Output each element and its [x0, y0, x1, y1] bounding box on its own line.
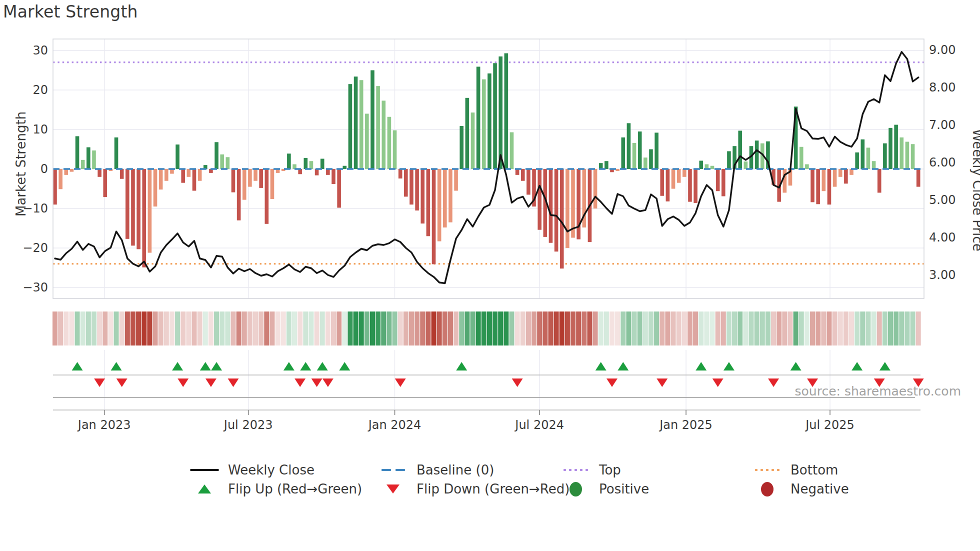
- legend-label: Weekly Close: [228, 462, 314, 478]
- heatmap-cell: [359, 312, 364, 346]
- heatmap-cell: [682, 312, 687, 346]
- heatmap-cell: [854, 312, 860, 346]
- heatmap-cell: [537, 312, 542, 346]
- heatmap-cell: [743, 312, 748, 346]
- flip-up-marker: [72, 362, 83, 370]
- legend-label: Negative: [790, 482, 849, 496]
- heatmap-cell: [404, 312, 408, 346]
- heatmap-cell: [58, 312, 63, 346]
- strength-bar: [894, 125, 898, 169]
- heatmap-cell: [86, 312, 91, 346]
- legend-label: Flip Down (Green→Red): [416, 482, 570, 496]
- strength-bar: [388, 117, 392, 169]
- heatmap-cell: [147, 312, 152, 346]
- heatmap-cell: [376, 312, 380, 346]
- strength-bar: [594, 169, 598, 208]
- legend-item: Negative: [752, 480, 849, 498]
- heatmap-cell: [459, 312, 464, 346]
- strength-bar: [906, 142, 910, 169]
- heatmap-cell: [816, 312, 820, 346]
- strength-bar: [81, 160, 85, 169]
- legend-item: Positive: [560, 480, 649, 498]
- y-tick-price: 5.00: [929, 194, 956, 206]
- heatmap-cell: [560, 312, 564, 346]
- y-tick-price: 8.00: [929, 82, 956, 94]
- strength-bar: [348, 84, 352, 169]
- heatmap-cell: [464, 312, 470, 346]
- heatmap-cell: [286, 312, 292, 346]
- heatmap-cell: [208, 312, 214, 346]
- strength-bar: [822, 169, 826, 191]
- flip-up-marker: [284, 362, 294, 370]
- strength-bar: [471, 112, 475, 169]
- heatmap-cell: [888, 312, 893, 346]
- strength-bar: [538, 169, 542, 230]
- flip-up-marker: [696, 362, 706, 370]
- flip-up-marker: [317, 362, 328, 370]
- strength-bar: [560, 169, 564, 268]
- strength-bar: [370, 70, 374, 170]
- strength-bar: [672, 169, 676, 189]
- heatmap-cell: [476, 312, 481, 346]
- y-tick-price: 6.00: [929, 156, 956, 168]
- flip-up-marker: [596, 362, 606, 370]
- heatmap-cell: [420, 312, 425, 346]
- heatmap-cell: [454, 312, 458, 346]
- y-tick-strength: 20: [3, 84, 48, 96]
- heatmap-cell: [381, 312, 386, 346]
- y-tick-strength: −20: [3, 242, 48, 254]
- heatmap-cell: [782, 312, 787, 346]
- strength-bar: [677, 169, 681, 183]
- heatmap-cell: [64, 312, 68, 346]
- heatmap-cell: [899, 312, 904, 346]
- legend-label: Bottom: [790, 462, 838, 478]
- heatmap-cell: [292, 312, 297, 346]
- strength-bar: [476, 66, 480, 169]
- flip-down-marker: [312, 378, 322, 387]
- strength-bar: [248, 169, 252, 187]
- heatmap-cell: [554, 312, 559, 346]
- strength-bar: [114, 138, 118, 169]
- heatmap-cell: [542, 312, 548, 346]
- heatmap-cell: [303, 312, 308, 346]
- y-tick-price: 9.00: [929, 44, 956, 56]
- strength-bar: [131, 169, 135, 246]
- heatmap-cell: [426, 312, 430, 346]
- heatmap-cell: [576, 312, 581, 346]
- heatmap-cell: [771, 312, 776, 346]
- strength-bar: [621, 138, 625, 169]
- heatmap-cell: [776, 312, 782, 346]
- heatmap-cell: [626, 312, 631, 346]
- strength-bar: [844, 169, 848, 184]
- strength-bar: [616, 169, 620, 171]
- strength-bar: [888, 128, 892, 169]
- heatmap-cell: [721, 312, 726, 346]
- heatmap-cell: [676, 312, 682, 346]
- heatmap-cell: [826, 312, 832, 346]
- strength-bar: [287, 154, 291, 169]
- heatmap-cell: [910, 312, 916, 346]
- heatmap-cell: [354, 312, 358, 346]
- heatmap-cell: [482, 312, 486, 346]
- strength-bar: [660, 169, 664, 196]
- heatmap-cell: [849, 312, 854, 346]
- heatmap-cell: [52, 312, 58, 346]
- strength-bar: [521, 169, 525, 181]
- strength-bar: [883, 144, 887, 169]
- heatmap-cell: [414, 312, 420, 346]
- heatmap-cell: [437, 312, 442, 346]
- heatmap-cell: [342, 312, 347, 346]
- heatmap-cell: [582, 312, 586, 346]
- strength-bar: [644, 158, 648, 169]
- strength-bar: [878, 169, 882, 192]
- heatmap-cell: [92, 312, 96, 346]
- y-tick-strength: 30: [3, 44, 48, 56]
- flip-up-marker: [200, 362, 211, 370]
- heatmap-cell: [270, 312, 274, 346]
- heatmap-cell: [175, 312, 180, 346]
- strength-bar: [838, 169, 842, 177]
- strength-bar: [727, 151, 731, 169]
- flip-down-marker: [395, 378, 406, 387]
- legend-label: Flip Up (Red→Green): [228, 482, 362, 496]
- heatmap-cell: [120, 312, 124, 346]
